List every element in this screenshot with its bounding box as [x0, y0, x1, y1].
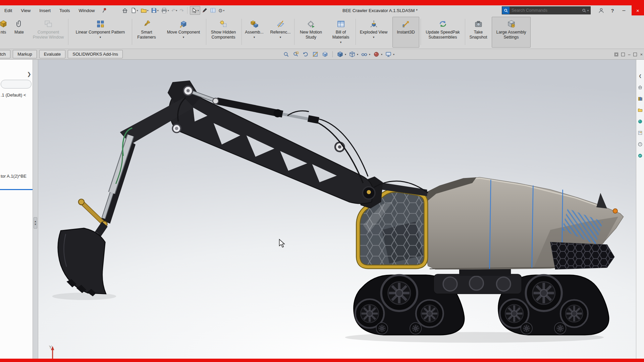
chevron-down-icon[interactable]: ▾: [393, 53, 394, 56]
save-button[interactable]: ▾: [150, 6, 160, 15]
float-window-icon[interactable]: [614, 53, 618, 56]
open-document-button[interactable]: ▾: [140, 6, 150, 15]
tree-component-item[interactable]: tor A.1(2)^BE: [1, 174, 26, 179]
expand-tree-icon[interactable]: ❯: [27, 71, 31, 77]
splitter-handle-icon[interactable]: ▲▼: [34, 217, 37, 229]
ribbon-button-smart-fasteners[interactable]: Smart Fasteners ▾: [133, 17, 160, 48]
close-button[interactable]: ×: [632, 5, 644, 15]
appearances-icon[interactable]: [638, 119, 643, 124]
chevron-down-icon[interactable]: ▾: [587, 9, 589, 12]
menu-insert[interactable]: Insert: [35, 5, 55, 15]
panel-splitter[interactable]: ▲▼: [33, 60, 38, 359]
tree-configuration-item[interactable]: .1 (Default) <: [1, 93, 26, 98]
insert-components-icon: [0, 19, 8, 29]
dropdown-arrow-icon: ▾: [100, 36, 101, 39]
menu-window[interactable]: Window: [74, 5, 99, 15]
instant3d-icon: [402, 19, 410, 29]
ribbon-separator: [206, 19, 206, 45]
select-tool-button[interactable]: ▾: [190, 6, 200, 15]
edit-appearance-icon[interactable]: [373, 51, 380, 58]
tab-evaluate[interactable]: Evaluate: [39, 50, 66, 58]
home-button[interactable]: [121, 6, 129, 15]
minimize-viewport-icon[interactable]: –: [628, 52, 630, 57]
view-orientation-icon[interactable]: [336, 51, 344, 58]
collapse-taskpane-icon[interactable]: ❮: [638, 73, 643, 78]
sketch-tool-button[interactable]: [201, 6, 209, 15]
new-motion-study-icon: [307, 19, 315, 29]
chevron-down-icon[interactable]: ▾: [369, 53, 370, 56]
redo-button[interactable]: ↷: [178, 6, 185, 15]
dropdown-arrow-icon: ▾: [280, 36, 281, 39]
menu-bar: Edit View Insert Tools Window ▾ ▾: [0, 5, 644, 15]
options-button[interactable]: ⚙▾: [217, 6, 225, 15]
search-input[interactable]: [509, 8, 582, 13]
dropdown-arrow-icon: ▾: [340, 41, 342, 44]
undo-icon: ↶: [171, 8, 176, 13]
menubar-right: ▾ ? – ×: [502, 5, 644, 15]
ribbon-button-instant3d[interactable]: Instant3D ▾: [392, 17, 419, 48]
ribbon-button-mate[interactable]: Mate ▾: [9, 17, 29, 48]
new-document-button[interactable]: ▾: [129, 6, 139, 15]
file-explorer-icon[interactable]: [638, 107, 643, 113]
task-pane: ❮: [636, 60, 644, 359]
graphics-area[interactable]: [0, 60, 644, 359]
zoom-to-fit-icon[interactable]: [282, 51, 290, 58]
command-manager-tabs: tch Markup Evaluate SOLIDWORKS Add-Ins: [0, 49, 644, 60]
search-launcher-icon[interactable]: [502, 7, 509, 14]
undo-button[interactable]: ↶▾: [170, 6, 178, 15]
top-red-strip: [0, 0, 644, 5]
exploded-view-icon: [370, 19, 378, 29]
view-palette-icon[interactable]: [638, 130, 643, 135]
print-button[interactable]: ▾: [160, 6, 170, 15]
menu-view[interactable]: View: [16, 5, 35, 15]
ribbon-button-show-hidden-components[interactable]: Show Hidden Components ▾: [207, 17, 240, 48]
previous-view-icon[interactable]: [302, 51, 309, 58]
ribbon-button-bill-of-materials[interactable]: Bill of Materials ▾: [327, 17, 354, 48]
custom-properties-icon[interactable]: [638, 141, 643, 147]
section-view-icon[interactable]: [312, 51, 319, 58]
menu-tools[interactable]: Tools: [55, 5, 74, 15]
chevron-down-icon[interactable]: ▾: [357, 53, 358, 56]
account-button[interactable]: [595, 6, 607, 15]
pushpin-icon[interactable]: [101, 7, 107, 13]
dropdown-arrow-icon: ▾: [254, 36, 255, 39]
tab-markup[interactable]: Markup: [13, 50, 37, 58]
ribbon-button-linear-component-pattern[interactable]: Linear Component Pattern ▾: [70, 17, 131, 48]
dock-window-icon[interactable]: [621, 53, 625, 56]
close-viewport-icon[interactable]: ×: [640, 52, 643, 57]
ribbon-button-exploded-view[interactable]: Exploded View ▾: [357, 17, 390, 48]
feature-manager-panel: ❯ .1 (Default) < tor A.1(2)^BE: [0, 60, 33, 359]
menu-edit[interactable]: Edit: [0, 5, 16, 15]
assembly-features-icon: [250, 19, 259, 29]
search-commands-box[interactable]: ▾: [502, 6, 591, 14]
hide-show-items-icon[interactable]: [361, 51, 368, 58]
view-selector-icon[interactable]: [321, 51, 329, 58]
ribbon-button-move-component[interactable]: Move Component ▾: [162, 17, 205, 48]
tab-sketch[interactable]: tch: [0, 50, 10, 58]
ribbon-button-take-snapshot[interactable]: Take Snapshot ▾: [466, 17, 490, 48]
zoom-to-area-icon[interactable]: [292, 51, 300, 58]
design-library-icon[interactable]: [638, 96, 643, 101]
table-tool-button[interactable]: [209, 6, 217, 15]
ribbon-button-new-motion-study[interactable]: New Motion Study ▾: [296, 17, 326, 48]
search-icon[interactable]: [582, 8, 586, 13]
display-style-icon[interactable]: [348, 51, 356, 58]
ribbon-button-large-assembly-settings[interactable]: Large Assembly Settings ▾: [492, 17, 531, 48]
maximize-viewport-icon[interactable]: [633, 53, 637, 56]
quick-access-toolbar: ▾ ▾ ▾ ▾ ↶▾ ↷ ▾: [121, 6, 226, 15]
redo-icon: ↷: [179, 8, 184, 13]
chevron-down-icon[interactable]: ▾: [381, 53, 382, 56]
chevron-down-icon[interactable]: ▾: [345, 53, 346, 56]
minimize-button[interactable]: –: [618, 6, 630, 15]
tree-filter-box[interactable]: [1, 80, 32, 88]
tab-solidworks-add-ins[interactable]: SOLIDWORKS Add-Ins: [68, 50, 123, 58]
ribbon-button-assembly-features[interactable]: Assemb... ▾: [243, 17, 266, 48]
ribbon-button-reference-geometry[interactable]: Referenc... ▾: [268, 17, 293, 48]
ribbon-button-update-speedpak[interactable]: Update SpeedPak Subassemblies ▾: [422, 17, 464, 48]
toolbar-separator: [332, 51, 333, 57]
help-button[interactable]: ?: [607, 6, 618, 15]
ribbon-separator: [241, 19, 242, 45]
forum-icon[interactable]: [638, 153, 643, 158]
resources-icon[interactable]: [638, 84, 643, 90]
view-settings-icon[interactable]: [385, 51, 392, 58]
